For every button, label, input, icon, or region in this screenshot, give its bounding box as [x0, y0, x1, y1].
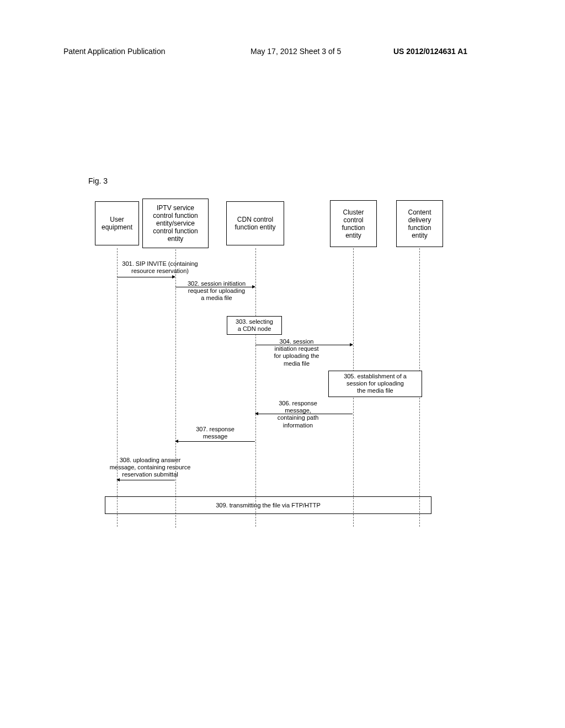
msg-306-arrow [255, 414, 353, 414]
msg-304-label: 304. session initiation request for uplo… [262, 338, 331, 367]
msg-307-label: 307. response message [185, 426, 246, 440]
msg-303-note: 303. selecting a CDN node [227, 316, 282, 335]
msg-301-label: 301. SIP INVITE (containing resource res… [110, 260, 210, 275]
msg-308-label: 308. uploading answer message, containin… [95, 457, 205, 479]
msg-306-label: 306. response message, containing path i… [265, 400, 331, 429]
header-left: Patent Application Publication [63, 47, 165, 56]
msg-304-arrow [255, 345, 353, 345]
header-center: May 17, 2012 Sheet 3 of 5 [250, 47, 341, 56]
lifeline-ue [117, 248, 118, 527]
msg-301-arrow [117, 277, 175, 277]
msg-302-label: 302. session initiation request for uplo… [177, 280, 257, 302]
msg-309-label: 309. transmitting the file via FTP/HTTP [105, 502, 431, 508]
entity-cluster-control: Cluster control function entity [330, 200, 377, 247]
msg-305-note: 305. establishment of a session for uplo… [328, 371, 422, 397]
header-right: US 2012/0124631 A1 [393, 47, 467, 56]
patent-diagram-page: Patent Application Publication May 17, 2… [0, 0, 565, 728]
entity-user-equipment: User equipment [95, 201, 139, 245]
msg-302-arrow [175, 287, 255, 287]
figure-label: Fig. 3 [88, 176, 108, 185]
msg-308-arrow [117, 480, 175, 480]
msg-307-arrow [175, 441, 255, 442]
entity-iptv-service: IPTV service control function entity/ser… [142, 199, 209, 248]
msg-309-frame: 309. transmitting the file via FTP/HTTP [105, 496, 431, 514]
entity-cdn-control: CDN control function entity [226, 201, 284, 245]
entity-content-delivery: Content delivery function entity [396, 200, 443, 247]
